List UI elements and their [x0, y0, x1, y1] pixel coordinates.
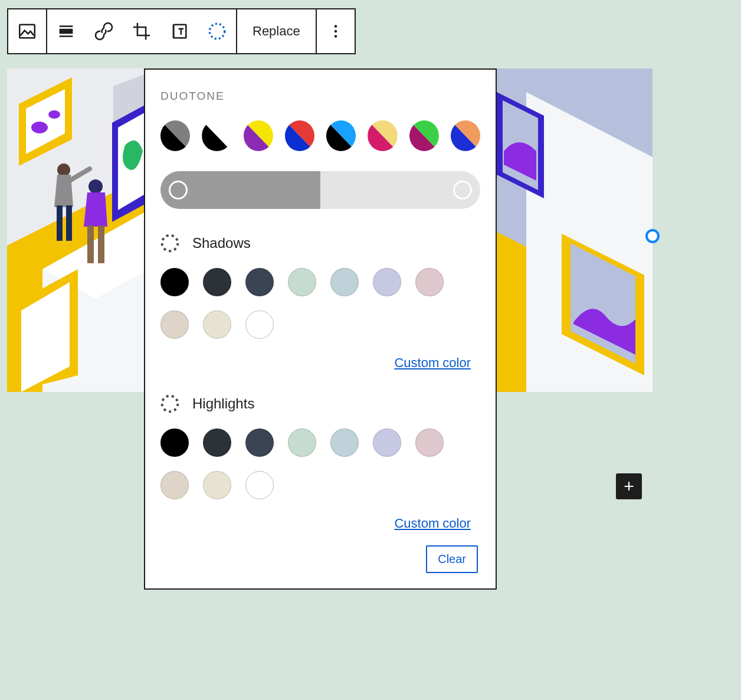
duotone-preset-6[interactable] — [409, 120, 439, 151]
highlights-swatch-9[interactable] — [245, 471, 274, 499]
toolbar-group-block-type — [8, 9, 47, 53]
highlights-label: Highlights — [192, 395, 254, 412]
highlights-swatch-0[interactable] — [160, 428, 189, 457]
duotone-gradient-bar[interactable] — [160, 171, 480, 209]
gradient-stop-shadow[interactable] — [169, 181, 188, 199]
more-options-button[interactable] — [317, 9, 355, 53]
svg-point-35 — [88, 179, 103, 194]
shadows-swatch-2[interactable] — [245, 268, 274, 296]
toolbar-group-replace: Replace — [237, 9, 317, 53]
highlights-swatch-1[interactable] — [203, 428, 231, 457]
svg-rect-4 — [173, 25, 186, 38]
svg-point-7 — [334, 30, 337, 33]
highlights-heading: Highlights — [160, 394, 480, 413]
shadows-label: Shadows — [192, 235, 251, 251]
duotone-preset-1[interactable] — [202, 120, 231, 151]
clear-button[interactable]: Clear — [426, 545, 478, 573]
shadows-swatch-4[interactable] — [330, 268, 359, 296]
block-toolbar: Replace — [7, 8, 356, 54]
toolbar-group-more — [317, 9, 355, 53]
highlights-swatch-8[interactable] — [203, 471, 231, 499]
duotone-preset-5[interactable] — [368, 120, 397, 151]
shadows-swatch-1[interactable] — [203, 268, 231, 296]
svg-rect-33 — [66, 205, 72, 241]
duotone-title: DUOTONE — [160, 90, 480, 103]
svg-point-8 — [334, 35, 337, 38]
crop-button[interactable] — [123, 9, 160, 53]
svg-point-30 — [57, 163, 70, 176]
toolbar-group-controls — [47, 9, 237, 53]
duotone-preset-7[interactable] — [451, 120, 480, 151]
replace-button[interactable]: Replace — [237, 9, 316, 53]
shadows-heading: Shadows — [160, 234, 480, 253]
duotone-preset-3[interactable] — [285, 120, 314, 151]
no-color-icon — [160, 394, 179, 413]
highlights-swatch-2[interactable] — [245, 428, 274, 457]
svg-point-21 — [48, 110, 60, 119]
svg-point-40 — [162, 396, 178, 412]
svg-point-6 — [334, 25, 337, 28]
highlights-swatch-5[interactable] — [373, 428, 401, 457]
svg-rect-0 — [19, 25, 35, 38]
image-resize-handle[interactable] — [645, 229, 660, 243]
highlights-swatch-grid — [160, 428, 467, 499]
duotone-preset-4[interactable] — [326, 120, 356, 151]
duotone-preset-row — [160, 120, 480, 151]
no-color-icon — [160, 234, 179, 253]
svg-point-5 — [209, 24, 225, 39]
shadows-swatch-6[interactable] — [415, 268, 444, 296]
svg-rect-2 — [60, 29, 73, 34]
highlights-swatch-7[interactable] — [160, 471, 189, 499]
shadows-swatch-3[interactable] — [288, 268, 316, 296]
highlights-custom-color-link[interactable]: Custom color — [160, 516, 471, 531]
shadows-custom-color-link[interactable]: Custom color — [160, 355, 471, 371]
plus-icon: + — [624, 476, 634, 496]
shadows-swatch-0[interactable] — [160, 268, 189, 296]
add-block-button[interactable]: + — [616, 473, 642, 499]
svg-point-20 — [31, 122, 48, 133]
duotone-button[interactable] — [198, 9, 236, 53]
image-block-icon[interactable] — [8, 9, 46, 53]
highlights-swatch-6[interactable] — [415, 428, 444, 457]
svg-marker-36 — [84, 192, 107, 227]
svg-rect-37 — [87, 225, 94, 263]
duotone-preset-0[interactable] — [160, 120, 190, 151]
shadows-swatch-grid — [160, 268, 467, 339]
svg-rect-32 — [57, 205, 63, 241]
text-overlay-button[interactable] — [160, 9, 198, 53]
gradient-stop-highlight[interactable] — [453, 181, 472, 199]
shadows-swatch-9[interactable] — [245, 310, 274, 339]
popover-footer: Clear — [160, 545, 480, 573]
duotone-popover: DUOTONE Shadows Custom color Highlights … — [144, 68, 497, 590]
shadows-swatch-5[interactable] — [373, 268, 401, 296]
shadows-swatch-7[interactable] — [160, 310, 189, 339]
highlights-swatch-3[interactable] — [288, 428, 316, 457]
duotone-preset-2[interactable] — [244, 120, 273, 151]
link-button[interactable] — [85, 9, 123, 53]
svg-point-39 — [162, 235, 178, 251]
shadows-swatch-8[interactable] — [203, 310, 231, 339]
svg-rect-38 — [98, 225, 104, 263]
highlights-swatch-4[interactable] — [330, 428, 359, 457]
align-button[interactable] — [47, 9, 85, 53]
